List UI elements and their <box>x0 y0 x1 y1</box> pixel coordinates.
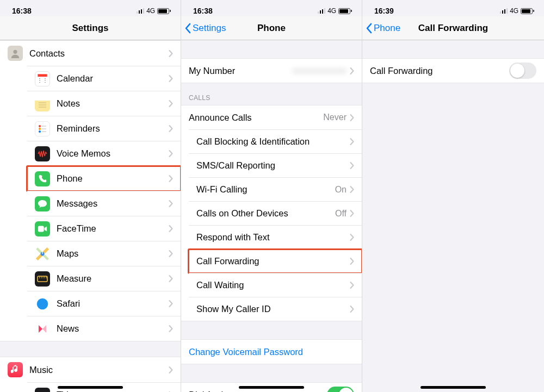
row-label: TV <box>57 390 169 392</box>
list-area[interactable]: Call Forwarding <box>362 40 544 392</box>
phone-icon <box>35 171 50 186</box>
chevron-right-icon <box>169 175 173 182</box>
signal-icon <box>137 8 145 14</box>
row-label: Contacts <box>29 48 169 59</box>
chevron-left-icon <box>184 23 191 34</box>
row-label: SMS/Call Reporting <box>196 160 350 171</box>
voicemail-label: Change Voicemail Password <box>189 347 354 357</box>
back-label: Settings <box>193 23 226 34</box>
calendar-icon: ⋮⋮ <box>35 71 50 86</box>
network-label: 4G <box>146 7 155 15</box>
phone-call-waiting[interactable]: Call Waiting <box>189 273 362 297</box>
status-right: 4G <box>500 7 534 15</box>
battery-icon <box>157 8 171 14</box>
nav-bar: Phone Call Forwarding <box>362 16 544 40</box>
settings-voice-memos[interactable]: Voice Memos <box>27 141 181 166</box>
settings-measure[interactable]: Measure <box>27 266 181 291</box>
safari-icon <box>35 296 50 312</box>
calls-section-header: CALLS <box>181 83 362 105</box>
settings-reminders[interactable]: Reminders <box>27 116 181 141</box>
status-bar: 16:38 4G <box>181 5 362 16</box>
notes-icon <box>35 96 50 111</box>
settings-contacts[interactable]: Contacts <box>0 41 181 66</box>
row-label: Measure <box>57 273 169 284</box>
row-label: Maps <box>57 248 169 259</box>
reminders-icon <box>35 121 50 136</box>
settings-phone[interactable]: Phone <box>27 166 181 191</box>
chevron-right-icon <box>350 186 354 193</box>
row-label: News <box>57 323 169 334</box>
nav-title: Phone <box>257 23 286 34</box>
chevron-right-icon <box>169 50 173 57</box>
phone-announce-calls[interactable]: Announce CallsNever <box>181 105 362 129</box>
call-forwarding-row: Call Forwarding <box>362 59 544 83</box>
home-indicator[interactable] <box>58 386 123 389</box>
settings-maps[interactable]: Maps <box>27 241 181 266</box>
home-indicator[interactable] <box>421 386 486 389</box>
svg-point-0 <box>13 50 17 54</box>
back-button[interactable]: Phone <box>366 16 400 40</box>
settings-notes[interactable]: Notes <box>27 91 181 116</box>
call-forwarding-toggle[interactable] <box>509 63 536 79</box>
row-value: Never <box>323 113 347 122</box>
chevron-right-icon <box>169 200 173 207</box>
row-label: Music <box>29 365 169 375</box>
signal-icon <box>318 8 326 14</box>
settings-facetime[interactable]: FaceTime <box>27 216 181 241</box>
list-area[interactable]: My Number xxxxxxxxxxx CALLS Announce Cal… <box>181 40 362 392</box>
music-icon <box>8 362 23 377</box>
svg-rect-14 <box>38 276 47 282</box>
settings-music[interactable]: Music <box>0 357 181 382</box>
list-area[interactable]: Contacts⋮⋮CalendarNotesRemindersVoice Me… <box>0 40 181 392</box>
screen-settings: 16:38 4G Settings Contacts⋮⋮CalendarNote… <box>0 0 181 392</box>
home-indicator[interactable] <box>239 386 304 389</box>
row-value: On <box>335 185 347 195</box>
change-voicemail-password[interactable]: Change Voicemail Password <box>181 340 362 364</box>
phone-sms-reporting[interactable]: SMS/Call Reporting <box>189 153 362 177</box>
dial-assist-toggle[interactable] <box>327 387 354 392</box>
row-label: Announce Calls <box>189 113 323 123</box>
status-time: 16:38 <box>12 7 32 15</box>
settings-messages[interactable]: Messages <box>27 191 181 216</box>
nav-bar: Settings Phone <box>181 16 362 40</box>
nav-title: Call Forwarding <box>418 23 488 34</box>
row-label: Calendar <box>57 73 169 84</box>
row-label: FaceTime <box>57 223 169 234</box>
phone-wifi-calling[interactable]: Wi-Fi CallingOn <box>189 177 362 201</box>
measure-icon <box>35 271 50 287</box>
phone-calls-other-devices[interactable]: Calls on Other DevicesOff <box>189 201 362 225</box>
status-bar: 16:39 4G <box>362 5 544 16</box>
phone-call-blocking[interactable]: Call Blocking & Identification <box>189 129 362 153</box>
status-right: 4G <box>318 7 352 15</box>
back-button[interactable]: Settings <box>184 16 226 40</box>
settings-safari[interactable]: Safari <box>27 291 181 316</box>
network-label: 4G <box>327 7 336 15</box>
voice-icon <box>35 146 50 161</box>
phone-my-number[interactable]: My Number xxxxxxxxxxx <box>181 59 362 83</box>
nav-bar: Settings <box>0 16 181 40</box>
row-label: Reminders <box>57 123 169 134</box>
chevron-right-icon <box>169 325 173 332</box>
settings-calendar[interactable]: ⋮⋮Calendar <box>27 66 181 91</box>
chevron-right-icon <box>169 150 173 157</box>
svg-point-19 <box>37 298 48 309</box>
status-time: 16:39 <box>374 7 394 15</box>
phone-respond-text[interactable]: Respond with Text <box>189 225 362 249</box>
chevron-right-icon <box>169 100 173 107</box>
phone-call-forwarding[interactable]: Call Forwarding <box>189 249 362 273</box>
row-label: Call Forwarding <box>196 256 350 266</box>
row-label: Voice Memos <box>57 148 169 159</box>
chevron-right-icon <box>350 162 354 169</box>
status-time: 16:38 <box>193 7 213 15</box>
chevron-right-icon <box>350 306 354 313</box>
svg-text:⋮⋮: ⋮⋮ <box>37 77 48 83</box>
back-label: Phone <box>374 23 400 34</box>
row-label: Notes <box>57 98 169 109</box>
row-label: Respond with Text <box>196 232 350 242</box>
nav-title: Settings <box>72 23 108 34</box>
svg-rect-12 <box>38 226 44 232</box>
phone-show-caller-id[interactable]: Show My Caller ID <box>189 297 362 321</box>
svg-point-7 <box>39 128 41 130</box>
settings-news[interactable]: News <box>27 316 181 341</box>
row-label: Calls on Other Devices <box>196 208 335 219</box>
